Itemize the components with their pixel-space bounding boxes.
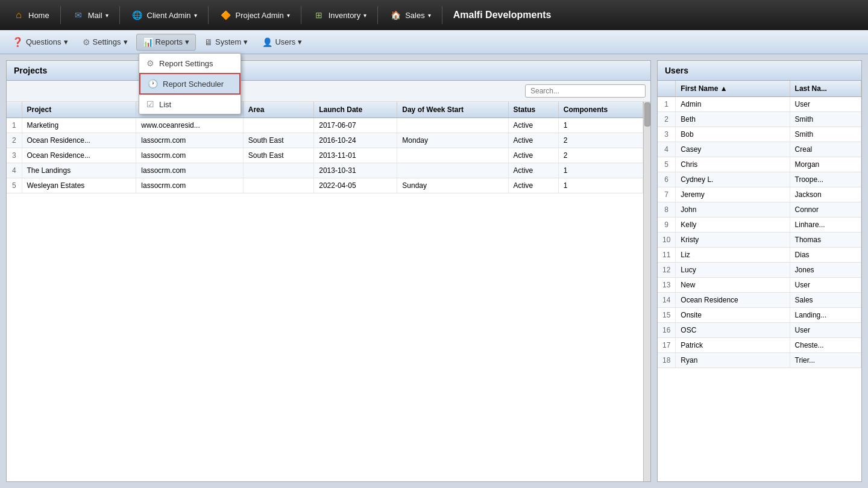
- report-scheduler-item[interactable]: 🕐 Report Scheduler: [139, 73, 241, 95]
- projects-table-container: Project Website Area Launch Date Day of …: [7, 102, 650, 481]
- table-row[interactable]: 2 Beth Smith: [658, 112, 861, 127]
- project-status: Active: [508, 118, 558, 133]
- col-components[interactable]: Components: [558, 102, 643, 118]
- project-area: [243, 163, 313, 178]
- project-name: The Landings: [22, 163, 136, 178]
- projects-table-scroll[interactable]: Project Website Area Launch Date Day of …: [7, 102, 643, 481]
- settings-button[interactable]: ⚙ Settings ▾: [77, 34, 134, 50]
- sales-button[interactable]: 🏠 Sales ▾: [383, 5, 437, 25]
- table-row[interactable]: 3 Bob Smith: [658, 127, 861, 142]
- project-area: South East: [243, 148, 313, 163]
- table-row[interactable]: 1 Admin User: [658, 97, 861, 112]
- col-project[interactable]: Project: [22, 102, 136, 118]
- users-table-scroll[interactable]: First Name ▲ Last Na... 1 Admin User 2 B…: [658, 81, 861, 481]
- table-row[interactable]: 5 Wesleyan Estates lassocrm.com 2022-04-…: [7, 178, 643, 193]
- questions-label: Questions: [26, 37, 61, 46]
- col-launch-date[interactable]: Launch Date: [314, 102, 397, 118]
- projects-header: Projects: [7, 61, 650, 81]
- table-row[interactable]: 12 Lucy Jones: [658, 263, 861, 278]
- reports-caret: ▾: [185, 37, 189, 46]
- user-last-name: User: [790, 97, 861, 112]
- top-navigation: ⌂ Home ✉ Mail ▾ 🌐 Client Admin ▾ 🔶 Proje…: [0, 0, 868, 30]
- reports-button[interactable]: 📊 Reports ▾: [136, 34, 197, 51]
- projects-scrollbar-thumb[interactable]: [644, 102, 650, 127]
- project-status: Active: [508, 178, 558, 193]
- questions-button[interactable]: ❓ Questions ▾: [6, 34, 74, 51]
- table-row[interactable]: 8 John Connor: [658, 202, 861, 217]
- reports-dropdown: ⚙ Report Settings 🕐 Report Scheduler ☑ L…: [139, 53, 241, 114]
- row-num: 3: [7, 148, 22, 163]
- user-first-name: New: [676, 278, 790, 293]
- search-input[interactable]: [525, 84, 646, 98]
- table-row[interactable]: 1 Marketing www.oceanresid... 2017-06-07…: [7, 118, 643, 133]
- home-button[interactable]: ⌂ Home: [6, 5, 55, 25]
- col-status[interactable]: Status: [508, 102, 558, 118]
- table-row[interactable]: 4 Casey Creal: [658, 142, 861, 157]
- users-caret: ▾: [298, 37, 302, 46]
- table-row[interactable]: 15 Onsite Landing...: [658, 308, 861, 323]
- project-name: Ocean Residence...: [22, 148, 136, 163]
- inventory-caret: ▾: [363, 12, 366, 19]
- users-title: Users: [665, 66, 688, 75]
- table-row[interactable]: 17 Patrick Cheste...: [658, 338, 861, 353]
- user-first-name: Onsite: [676, 308, 790, 323]
- users-col-first-name[interactable]: First Name ▲: [676, 81, 790, 97]
- reports-icon: 📊: [143, 37, 153, 47]
- client-admin-button[interactable]: 🌐 Client Admin ▾: [125, 5, 203, 25]
- row-num: 5: [7, 178, 22, 193]
- settings-icon: ⚙: [83, 37, 90, 47]
- home-label: Home: [28, 11, 49, 20]
- users-header: Users: [658, 61, 861, 81]
- user-first-name: Jeremy: [676, 187, 790, 202]
- nav-divider-1: [60, 6, 61, 24]
- nav-divider-3: [208, 6, 209, 24]
- row-num: 2: [7, 133, 22, 148]
- user-num: 12: [658, 263, 676, 278]
- system-button[interactable]: 🖥 System ▾: [198, 34, 254, 50]
- project-name: Marketing: [22, 118, 136, 133]
- table-row[interactable]: 3 Ocean Residence... lassocrm.com South …: [7, 148, 643, 163]
- user-first-name: Casey: [676, 142, 790, 157]
- user-num: 10: [658, 233, 676, 248]
- user-num: 11: [658, 248, 676, 263]
- col-area[interactable]: Area: [243, 102, 313, 118]
- client-admin-caret: ▾: [194, 12, 197, 19]
- table-row[interactable]: 7 Jeremy Jackson: [658, 187, 861, 202]
- project-admin-label: Project Admin: [236, 11, 284, 20]
- project-components: 1: [558, 178, 643, 193]
- questions-caret: ▾: [64, 37, 68, 46]
- report-settings-item[interactable]: ⚙ Report Settings: [139, 54, 241, 73]
- user-num: 14: [658, 293, 676, 308]
- table-row[interactable]: 16 OSC User: [658, 323, 861, 338]
- table-row[interactable]: 9 Kelly Linhare...: [658, 217, 861, 233]
- report-settings-icon: ⚙: [146, 58, 154, 68]
- projects-scrollbar[interactable]: [643, 102, 650, 481]
- mail-button[interactable]: ✉ Mail ▾: [66, 5, 115, 25]
- user-last-name: Trier...: [790, 353, 861, 368]
- col-day-of-week[interactable]: Day of Week Start: [397, 102, 508, 118]
- project-area: [243, 178, 313, 193]
- table-row[interactable]: 4 The Landings lassocrm.com 2013-10-31 A…: [7, 163, 643, 178]
- table-row[interactable]: 2 Ocean Residence... lassocrm.com South …: [7, 133, 643, 148]
- table-row[interactable]: 13 New User: [658, 278, 861, 293]
- table-row[interactable]: 18 Ryan Trier...: [658, 353, 861, 368]
- list-item[interactable]: ☑ List: [139, 95, 241, 114]
- project-admin-button[interactable]: 🔶 Project Admin ▾: [213, 5, 296, 25]
- table-row[interactable]: 11 Liz Dias: [658, 248, 861, 263]
- user-num: 16: [658, 323, 676, 338]
- row-num: 4: [7, 163, 22, 178]
- nav-divider-4: [301, 6, 301, 24]
- reports-label: Reports: [156, 37, 183, 46]
- users-col-last-name[interactable]: Last Na...: [790, 81, 861, 97]
- table-row[interactable]: 6 Cydney L. Troope...: [658, 172, 861, 187]
- table-row[interactable]: 10 Kristy Thomas: [658, 233, 861, 248]
- project-website: lassocrm.com: [136, 148, 243, 163]
- table-row[interactable]: 14 Ocean Residence Sales: [658, 293, 861, 308]
- inventory-button[interactable]: ⊞ Inventory ▾: [306, 5, 373, 25]
- projects-table: Project Website Area Launch Date Day of …: [7, 102, 643, 193]
- users-button[interactable]: 👤 Users ▾: [256, 34, 308, 50]
- project-day-of-week: Monday: [397, 133, 508, 148]
- project-status: Active: [508, 163, 558, 178]
- table-row[interactable]: 5 Chris Morgan: [658, 157, 861, 172]
- report-scheduler-icon: 🕐: [148, 79, 158, 89]
